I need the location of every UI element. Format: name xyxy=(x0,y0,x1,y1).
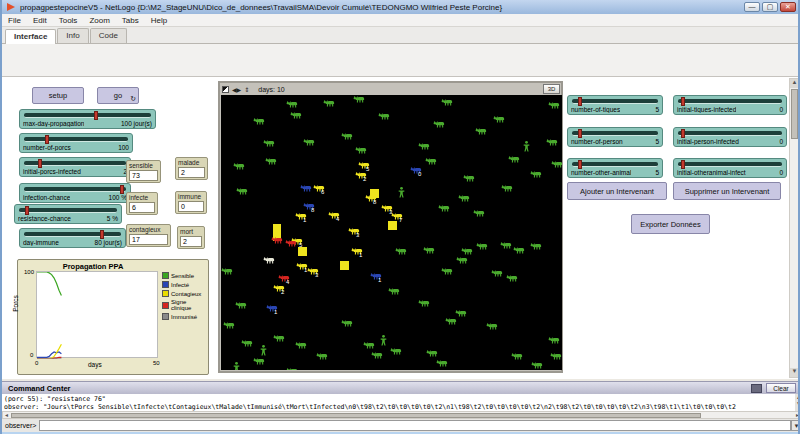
clear-button[interactable]: Clear xyxy=(766,383,796,393)
canvas-vertical-scrollbar[interactable]: ▲ ▼ xyxy=(789,78,800,378)
slider-thumb[interactable] xyxy=(681,160,685,169)
agent-pig xyxy=(493,115,505,124)
tab-info[interactable]: Info xyxy=(57,28,88,43)
slider-number-of-tiques[interactable]: number-of-tiques5 xyxy=(567,95,663,115)
slider-initial-porcs-infected[interactable]: initial-porcs-infected2 xyxy=(19,157,131,177)
agent-pig xyxy=(223,321,235,330)
horizontal-arrows-icon[interactable]: ◀▶ xyxy=(232,86,241,93)
agent-pig: 1 xyxy=(266,304,278,313)
observer-input[interactable] xyxy=(39,420,791,431)
agent-pig: 3 xyxy=(348,227,360,236)
slider-number-of-person[interactable]: number-of-person5 xyxy=(567,127,663,147)
slider-thumb[interactable] xyxy=(45,135,49,144)
legend-swatch xyxy=(162,302,169,309)
agent-pig xyxy=(456,256,468,265)
close-button[interactable]: ✕ xyxy=(780,2,796,12)
slider-thumb[interactable] xyxy=(120,185,124,194)
slider-thumb[interactable] xyxy=(681,129,685,138)
agent-pig xyxy=(395,247,407,256)
view-header: ◀▶ ⇕ days: 10 3D xyxy=(220,83,561,95)
output-horizontal-scrollbar[interactable]: ◄ ► xyxy=(2,411,800,419)
agent-pig xyxy=(290,111,302,120)
history-dropdown-icon[interactable]: ▼ xyxy=(791,420,800,431)
agent-patch xyxy=(370,189,379,198)
agent-patch xyxy=(298,247,307,256)
minimize-button[interactable]: — xyxy=(744,2,760,12)
plot-legend: Sensible Infecté Contagieux Signe cliniq… xyxy=(162,272,208,320)
slider-number-other-animal[interactable]: number-other-animal5 xyxy=(567,158,663,178)
command-output-line: observer: "Jours\tPorcs Sensible\tInfect… xyxy=(4,403,793,411)
slider-thumb[interactable] xyxy=(94,111,98,120)
agent-pig: 3 xyxy=(307,267,319,276)
scrollbar-thumb[interactable] xyxy=(11,413,701,418)
slider-max-day-propagation[interactable]: max-day-propagation100 jour(s) xyxy=(19,109,156,129)
monitor-mort: mort 2 xyxy=(177,226,205,249)
agent-pig xyxy=(390,347,402,356)
slider-number-of-porcs[interactable]: number-of-porcs100 xyxy=(19,133,133,153)
slider-thumb[interactable] xyxy=(681,97,685,106)
tab-bar: Interface Info Code xyxy=(2,27,798,44)
slider-thumb[interactable] xyxy=(578,97,582,106)
agent-pig xyxy=(271,236,283,245)
slider-thumb[interactable] xyxy=(578,129,582,138)
vertical-arrows-icon[interactable]: ⇕ xyxy=(244,86,249,93)
slider-initial-person-infected[interactable]: initial-person-infected0 xyxy=(673,127,787,147)
supprimer-intervenant-button[interactable]: Supprimer un Intervenant xyxy=(673,182,781,200)
tab-interface[interactable]: Interface xyxy=(5,29,56,44)
agent-pig xyxy=(473,209,485,218)
go-button[interactable]: go ↻ xyxy=(97,87,139,104)
slider-day-immune[interactable]: day-immune80 jour(s) xyxy=(19,228,126,248)
legend-item: Signe clinique xyxy=(162,299,208,311)
slider-infection-chance[interactable]: infection-chance100 % xyxy=(19,183,131,203)
command-center-title: Command Center xyxy=(8,384,751,393)
agent-pig xyxy=(221,267,233,276)
view-3d-button[interactable]: 3D xyxy=(543,84,560,94)
monitor-malade: malade 2 xyxy=(175,157,208,180)
agent-pig xyxy=(323,99,335,108)
agent-pig xyxy=(458,194,470,203)
output-vertical-scrollbar[interactable]: ▲▼ xyxy=(795,394,800,411)
slider-thumb[interactable] xyxy=(578,160,582,169)
setup-button[interactable]: setup xyxy=(32,87,84,104)
scroll-left-icon[interactable]: ◄ xyxy=(4,412,9,419)
ticks-counter: days: 10 xyxy=(258,86,284,93)
slider-thumb[interactable] xyxy=(25,206,29,215)
menu-file[interactable]: File xyxy=(2,16,27,25)
agent-pig xyxy=(388,287,400,296)
menu-help[interactable]: Help xyxy=(145,16,173,25)
agent-pig xyxy=(476,242,488,251)
agent-pig: 4 xyxy=(278,274,290,283)
view-zoom-icon[interactable] xyxy=(222,86,229,93)
agent-pig: 7 xyxy=(391,212,403,221)
slider-thumb[interactable] xyxy=(38,159,42,168)
world-canvas[interactable]: 5268374135113208114 xyxy=(221,95,562,370)
slider-thumb[interactable] xyxy=(100,230,104,239)
legend-swatch xyxy=(162,313,169,320)
expand-icon[interactable] xyxy=(751,384,762,393)
menu-tabs[interactable]: Tabs xyxy=(116,16,145,25)
menu-edit[interactable]: Edit xyxy=(27,16,53,25)
scroll-right-icon[interactable]: ► xyxy=(795,412,800,419)
slider-initial-otheranimal-infect[interactable]: initial-otheranimal-infect0 xyxy=(673,158,787,178)
menu-zoom[interactable]: Zoom xyxy=(83,16,115,25)
plot-x-axis-label: days xyxy=(88,361,102,368)
tab-code[interactable]: Code xyxy=(90,28,127,43)
agent-pig xyxy=(253,117,265,126)
toolbar: ✎ Edit ⌫ Delete + Add ab Button ▼ slower… xyxy=(2,44,798,77)
title-bar: propagpestepocineV5 - NetLogo {D:\M2_Sta… xyxy=(2,0,798,14)
menu-tools[interactable]: Tools xyxy=(53,16,84,25)
slider-initial-tiques-infected[interactable]: initial-tiques-infected0 xyxy=(673,95,787,115)
exporter-donnees-button[interactable]: Exporter Données xyxy=(631,214,710,234)
plot-area xyxy=(36,271,158,358)
scroll-down-icon[interactable]: ▼ xyxy=(790,368,799,377)
y-tick-100: 100 xyxy=(24,269,34,275)
agent-pig xyxy=(445,317,457,326)
agent-pig xyxy=(550,352,562,361)
slider-resistance-chance[interactable]: resistance-chance5 % xyxy=(14,204,122,224)
ajouter-intervenant-button[interactable]: Ajouter un Intervenant xyxy=(567,182,667,200)
agent-pig: 1 xyxy=(295,212,307,221)
scroll-up-icon[interactable]: ▲ xyxy=(790,79,799,88)
scrollbar-thumb[interactable] xyxy=(791,89,798,139)
maximize-button[interactable]: ▢ xyxy=(762,2,778,12)
monitor-sensible: sensible 73 xyxy=(126,160,161,183)
